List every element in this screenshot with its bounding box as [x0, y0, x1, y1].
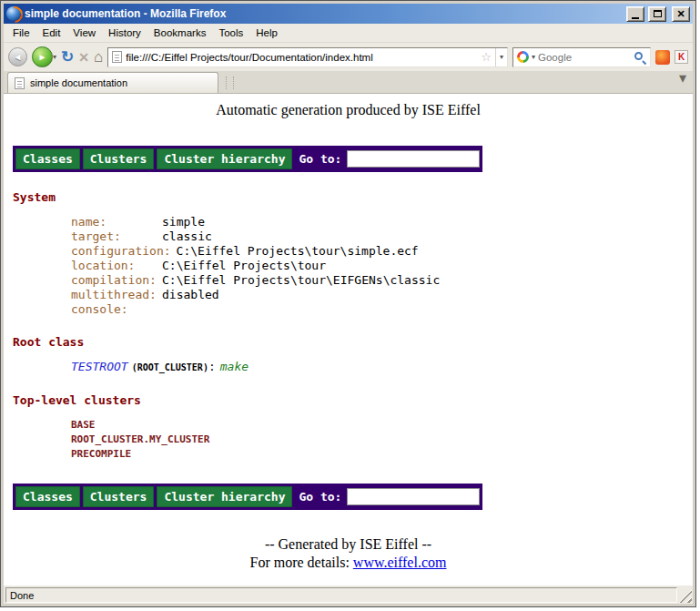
page-footer: -- Generated by ISE Eiffel -- For more d…: [4, 535, 693, 572]
magnifier-handle: [642, 60, 646, 65]
page-content: Automatic generation produced by ISE Eif…: [4, 94, 693, 586]
title-bar: simple documentation - Mozilla Firefox ✕: [4, 4, 693, 24]
cluster-hierarchy-button[interactable]: Cluster hierarchy: [157, 148, 292, 169]
browser-chrome: File Edit View History Bookmarks Tools H…: [4, 24, 693, 94]
property-label: configuration:: [71, 244, 171, 259]
cluster-link-precompile[interactable]: PRECOMPILE: [71, 447, 693, 462]
property-label: multithread:: [71, 288, 157, 302]
tab-strip-grip: [226, 76, 234, 89]
cluster-hierarchy-button-bottom[interactable]: Cluster hierarchy: [157, 486, 292, 507]
menu-bar: File Edit View History Bookmarks Tools H…: [4, 24, 693, 43]
home-button[interactable]: ⌂: [94, 49, 103, 65]
menu-edit[interactable]: Edit: [36, 25, 67, 41]
url-bar: ☆ ▾: [107, 47, 508, 67]
property-value: classic: [162, 229, 212, 243]
cluster-link-root-cluster[interactable]: ROOT_CLUSTER.MY_CLUSTER: [71, 433, 693, 447]
property-value: disabled: [162, 288, 219, 301]
resize-grip[interactable]: [679, 590, 692, 603]
doc-navbar-bottom: Classes Clusters Cluster hierarchy Go to…: [13, 484, 482, 510]
system-row: compilation:C:\Eiffel Projects\tour\EIFG…: [71, 273, 693, 288]
maximize-icon: [654, 10, 662, 17]
property-label: compilation:: [71, 273, 157, 288]
system-row: console:: [71, 302, 693, 317]
search-box: ▾: [512, 47, 651, 67]
system-heading: System: [13, 190, 693, 204]
system-properties: name:simple target:classic configuration…: [71, 215, 693, 317]
firefox-icon: [6, 6, 21, 21]
maximize-button[interactable]: [648, 6, 666, 22]
window-title: simple documentation - Mozilla Firefox: [25, 7, 623, 20]
property-value: C:\Eiffel Projects\tour\EIFGENs\classic: [162, 273, 440, 287]
cluster-list: BASE ROOT_CLUSTER.MY_CLUSTER PRECOMPILE: [71, 418, 693, 462]
menu-view[interactable]: View: [66, 25, 102, 41]
tab-bar: simple documentation ▾: [4, 71, 693, 94]
property-value: C:\Eiffel Projects\tour: [162, 259, 326, 272]
cluster-link-base[interactable]: BASE: [71, 418, 693, 433]
search-input[interactable]: [538, 52, 631, 63]
system-row: multithread:disabled: [71, 288, 693, 302]
menu-history[interactable]: History: [102, 25, 147, 41]
property-label: target:: [71, 229, 157, 244]
goto-label: Go to:: [295, 152, 347, 166]
minimize-icon: [632, 17, 639, 19]
clusters-button[interactable]: Clusters: [83, 148, 155, 169]
firefox-window: simple documentation - Mozilla Firefox ✕…: [0, 0, 696, 607]
goto-input[interactable]: [347, 150, 480, 168]
system-row: target:classic: [71, 229, 693, 244]
tab-simple-documentation[interactable]: simple documentation: [7, 72, 218, 93]
system-row: configuration:C:\Eiffel Projects\tour\si…: [71, 244, 693, 259]
close-button[interactable]: ✕: [672, 6, 690, 22]
generated-note: -- Generated by ISE Eiffel --: [4, 535, 693, 554]
details-line: For more details: www.eiffel.com: [4, 554, 693, 572]
root-class-heading: Root class: [13, 335, 693, 349]
forward-group: ► ▾: [32, 46, 56, 67]
status-bar: Done: [4, 586, 693, 604]
menu-help[interactable]: Help: [249, 25, 284, 41]
property-label: console:: [71, 302, 157, 317]
property-label: name:: [71, 215, 157, 229]
search-magnifier-icon[interactable]: [634, 51, 646, 64]
forward-button[interactable]: ►: [32, 46, 53, 67]
goto-label-bottom: Go to:: [295, 490, 347, 504]
classes-button-bottom[interactable]: Classes: [15, 486, 80, 507]
system-row: name:simple: [71, 215, 693, 229]
classes-button[interactable]: Classes: [15, 148, 80, 169]
page-favicon: [112, 51, 122, 63]
google-logo-icon: [517, 51, 529, 63]
bookmark-star-icon[interactable]: ☆: [481, 51, 492, 63]
reload-button[interactable]: ↻: [61, 49, 74, 65]
details-label: For more details:: [250, 555, 350, 570]
page-title: Automatic generation produced by ISE Eif…: [4, 102, 693, 118]
magnifier-lens: [634, 52, 643, 60]
system-row: location:C:\Eiffel Projects\tour: [71, 259, 693, 273]
clusters-button-bottom[interactable]: Clusters: [83, 486, 155, 507]
list-all-tabs-button[interactable]: ▾: [679, 69, 689, 87]
root-cluster-ref[interactable]: (ROOT_CLUSTER): [132, 362, 208, 372]
colon-separator: :: [208, 360, 216, 373]
url-input[interactable]: [126, 52, 477, 63]
menu-file[interactable]: File: [6, 25, 36, 41]
tab-favicon: [15, 77, 25, 89]
creation-feature-link[interactable]: make: [220, 360, 249, 373]
minimize-button[interactable]: [626, 6, 644, 22]
property-label: location:: [71, 259, 157, 273]
extension-icon-2[interactable]: K: [675, 50, 688, 64]
root-class-line: TESTROOT(ROOT_CLUSTER):make: [71, 360, 693, 375]
search-engine-dropdown[interactable]: ▾: [532, 53, 535, 61]
doc-navbar-top: Classes Clusters Cluster hierarchy Go to…: [13, 146, 482, 172]
status-text: Done: [5, 587, 677, 603]
google-logo-center: [520, 54, 526, 60]
root-class-link[interactable]: TESTROOT: [71, 360, 128, 373]
url-history-dropdown[interactable]: ▾: [495, 48, 507, 66]
history-dropdown-icon[interactable]: ▾: [53, 53, 56, 61]
extension-icon-1[interactable]: [655, 50, 670, 65]
eiffel-website-link[interactable]: www.eiffel.com: [353, 555, 447, 570]
menu-tools[interactable]: Tools: [212, 25, 249, 41]
navigation-toolbar: ◄ ► ▾ ↻ ✕ ⌂ ☆ ▾ ▾ K: [4, 43, 693, 71]
goto-input-bottom[interactable]: [347, 488, 480, 505]
menu-bookmarks[interactable]: Bookmarks: [147, 25, 213, 41]
tab-label: simple documentation: [30, 77, 127, 88]
back-button[interactable]: ◄: [8, 47, 27, 66]
stop-button[interactable]: ✕: [78, 50, 89, 65]
property-value: C:\Eiffel Projects\tour\simple.ecf: [177, 244, 419, 258]
